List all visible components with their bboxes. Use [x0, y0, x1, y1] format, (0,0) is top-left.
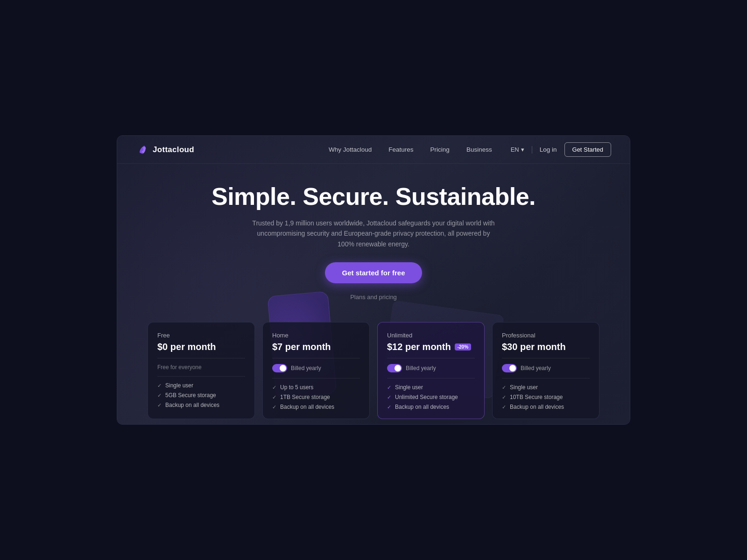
billing-label-home: Billed yearly: [291, 365, 321, 371]
get-started-nav-button[interactable]: Get Started: [564, 142, 611, 157]
feature-item: ✓ Backup on all devices: [387, 404, 475, 410]
logo-text: Jottacloud: [153, 145, 194, 154]
billing-row-professional: Billed yearly: [502, 364, 590, 372]
billing-label-free: Free for everyone: [157, 364, 245, 371]
feature-item: ✓ Up to 5 users: [272, 384, 360, 391]
plan-card-free: Free $0 per month Free for everyone ✓ Si…: [148, 322, 255, 419]
check-icon: ✓: [272, 385, 276, 391]
feature-item: ✓ Single user: [157, 382, 245, 389]
plan-price-row-professional: $30 per month: [502, 342, 590, 352]
nav-link-business[interactable]: Business: [466, 146, 492, 153]
billing-toggle-home[interactable]: [272, 364, 287, 372]
cta-button[interactable]: Get started for free: [325, 262, 422, 283]
jottacloud-logo-icon: [136, 143, 149, 156]
plan-divider-free: [157, 358, 245, 358]
billing-label-unlimited: Billed yearly: [406, 365, 436, 371]
feature-item: ✓ Backup on all devices: [157, 402, 245, 408]
billing-toggle-unlimited[interactable]: [387, 364, 402, 372]
feature-list-professional: ✓ Single user ✓ 10TB Secure storage ✓ Ba…: [502, 384, 590, 410]
nav-link-pricing[interactable]: Pricing: [430, 146, 450, 153]
hero-section: Simple. Secure. Sustainable. Trusted by …: [117, 164, 630, 315]
plan-name-professional: Professional: [502, 332, 590, 339]
check-icon: ✓: [502, 385, 506, 391]
plan-divider-unlimited: [387, 358, 475, 358]
feature-item: ✓ 1TB Secure storage: [272, 394, 360, 400]
hero-subtitle: Trusted by 1,9 million users worldwide, …: [252, 218, 495, 249]
check-icon: ✓: [157, 392, 162, 399]
plan-price-row-free: $0 per month: [157, 342, 245, 352]
billing-toggle-professional[interactable]: [502, 364, 517, 372]
feature-list-free: ✓ Single user ✓ 5GB Secure storage ✓ Bac…: [157, 382, 245, 408]
feature-list-unlimited: ✓ Single user ✓ Unlimited Secure storage…: [387, 384, 475, 410]
check-icon: ✓: [272, 404, 276, 410]
plan-divider-professional: [502, 358, 590, 358]
nav-links: Why Jottacloud Features Pricing Business: [329, 146, 492, 153]
plan-divider-free-2: [157, 376, 245, 377]
plan-card-unlimited: Unlimited $12 per month -20% Billed year…: [377, 322, 485, 419]
plan-price-unlimited: $12 per month: [387, 342, 451, 352]
login-button[interactable]: Log in: [540, 146, 557, 153]
check-icon: ✓: [502, 404, 506, 410]
feature-item: ✓ 5GB Secure storage: [157, 392, 245, 399]
plans-label: Plans and pricing: [127, 294, 620, 301]
logo-area[interactable]: Jottacloud: [136, 143, 194, 156]
nav-link-why[interactable]: Why Jottacloud: [329, 146, 372, 153]
billing-row-unlimited: Billed yearly: [387, 364, 475, 372]
plan-price-free: $0 per month: [157, 342, 216, 352]
plan-name-free: Free: [157, 332, 245, 339]
discount-badge-unlimited: -20%: [455, 343, 471, 350]
plan-divider-professional-2: [502, 378, 590, 378]
plan-price-row-home: $7 per month: [272, 342, 360, 352]
browser-window: Jottacloud Why Jottacloud Features Prici…: [117, 135, 630, 425]
plan-card-home: Home $7 per month Billed yearly ✓ Up to …: [262, 322, 370, 419]
nav-link-features[interactable]: Features: [388, 146, 413, 153]
feature-item: ✓ Single user: [387, 384, 475, 391]
billing-label-professional: Billed yearly: [521, 365, 551, 371]
feature-item: ✓ Backup on all devices: [272, 404, 360, 410]
plan-divider-unlimited-2: [387, 378, 475, 378]
check-icon: ✓: [387, 394, 391, 400]
navbar: Jottacloud Why Jottacloud Features Prici…: [117, 136, 630, 164]
plan-price-row-unlimited: $12 per month -20%: [387, 342, 475, 352]
feature-list-home: ✓ Up to 5 users ✓ 1TB Secure storage ✓ B…: [272, 384, 360, 410]
plan-card-professional: Professional $30 per month Billed yearly…: [492, 322, 599, 419]
pricing-section: Free $0 per month Free for everyone ✓ Si…: [117, 322, 630, 419]
feature-item: ✓ 10TB Secure storage: [502, 394, 590, 400]
check-icon: ✓: [502, 394, 506, 400]
feature-item: ✓ Unlimited Secure storage: [387, 394, 475, 400]
check-icon: ✓: [387, 404, 391, 410]
plan-price-home: $7 per month: [272, 342, 331, 352]
check-icon: ✓: [272, 394, 276, 400]
plan-divider-home-2: [272, 378, 360, 378]
feature-item: ✓ Backup on all devices: [502, 404, 590, 410]
hero-title: Simple. Secure. Sustainable.: [127, 182, 620, 210]
check-icon: ✓: [157, 383, 162, 389]
billing-row-home: Billed yearly: [272, 364, 360, 372]
feature-item: ✓ Single user: [502, 384, 590, 391]
plan-price-professional: $30 per month: [502, 342, 566, 352]
plan-name-home: Home: [272, 332, 360, 339]
check-icon: ✓: [157, 402, 162, 408]
language-selector[interactable]: EN ▾: [511, 146, 524, 153]
plan-divider-home: [272, 358, 360, 358]
nav-right: EN ▾ Log in Get Started: [511, 142, 611, 157]
nav-divider: [532, 146, 532, 154]
plan-name-unlimited: Unlimited: [387, 332, 475, 339]
check-icon: ✓: [387, 385, 391, 391]
